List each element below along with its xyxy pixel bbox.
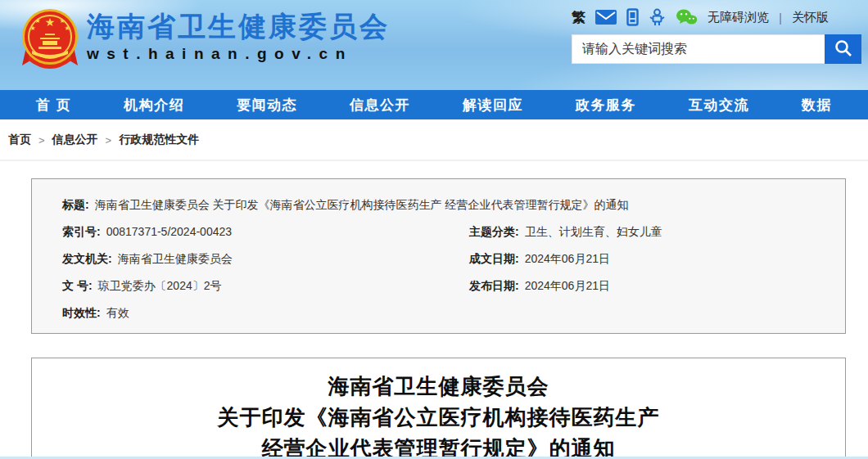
meta-row: 时效性: 有效 [32,306,845,333]
breadcrumb-separator: > [106,134,112,146]
nav-item-news[interactable]: 要闻动态 [237,96,297,115]
document-title-line: 经营企业代表管理暂行规定》的通知 [32,433,845,459]
meta-value: 2024年06月21日 [525,279,610,294]
traditional-chinese-toggle[interactable]: 繁 [572,8,585,27]
accessibility-browse-link[interactable]: 无障碍浏览 [708,10,769,25]
meta-cell-index-number: 索引号: 00817371-5/2024-00423 [32,225,469,240]
wechat-icon[interactable] [676,8,698,26]
meta-value-title: 海南省卫生健康委员会 关于印发《海南省公立医疗机构接待医药生产 经营企业代表管理… [95,198,629,225]
meta-value: 卫生、计划生育、妇女儿童 [525,225,662,240]
nav-item-home[interactable]: 首 页 [36,96,71,115]
quick-links: 繁 无障碍浏览 | 关怀版 [572,7,829,27]
breadcrumb: 首页 > 信息公开 > 行政规范性文件 [8,133,199,147]
meta-row-title: 标题: 海南省卫生健康委员会 关于印发《海南省公立医疗机构接待医药生产 经营企业… [32,198,845,225]
mobile-phone-icon[interactable] [626,8,639,26]
meta-label: 时效性: [62,306,101,321]
meta-cell-written-date: 成文日期: 2024年06月21日 [469,252,845,267]
search-icon [834,38,853,61]
search-button[interactable] [825,34,861,64]
nav-item-data[interactable]: 数据 [802,96,832,115]
meta-label-title: 标题: [62,198,89,225]
meta-value: 琼卫党委办〔2024〕2号 [98,279,222,294]
svg-text:★: ★ [64,25,70,32]
meta-cell-issuing-agency: 发文机关: 海南省卫生健康委员会 [32,252,469,267]
meta-row: 索引号: 00817371-5/2024-00423 主题分类: 卫生、计划生育… [32,225,845,252]
meta-label: 主题分类: [469,225,519,240]
header-divider-line [0,160,868,161]
meta-label: 成文日期: [469,252,519,267]
breadcrumb-separator: > [38,134,45,146]
meta-label: 发布日期: [469,279,519,294]
quicklinks-divider: | [779,11,782,25]
document-title-line: 关于印发《海南省公立医疗机构接待医药生产 [32,402,845,433]
meta-cell-validity: 时效性: 有效 [32,306,469,321]
search-input[interactable] [572,34,825,64]
robot-client-icon[interactable] [649,8,666,26]
site-header: ★ ★ ★ ★ ★ 海南省卫生健康委员会 wst.hainan.gov.cn 繁 [0,0,868,90]
breadcrumb-item-current: 行政规范性文件 [119,133,199,147]
meta-cell-publish-date: 发布日期: 2024年06月21日 [469,279,845,294]
care-version-link[interactable]: 关怀版 [792,10,829,25]
nav-item-gov-services[interactable]: 政务服务 [576,96,636,115]
meta-row: 文 号: 琼卫党委办〔2024〕2号 发布日期: 2024年06月21日 [32,279,845,306]
svg-text:★: ★ [29,25,35,32]
svg-text:★: ★ [45,16,56,29]
nav-item-info-disclosure[interactable]: 信息公开 [350,96,410,115]
meta-label: 索引号: [62,225,101,240]
meta-row: 发文机关: 海南省卫生健康委员会 成文日期: 2024年06月21日 [32,252,845,279]
nav-item-interpretation[interactable]: 解读回应 [463,96,523,115]
svg-text:★: ★ [59,17,65,25]
nav-item-about[interactable]: 机构介绍 [124,96,184,115]
nav-item-interaction[interactable]: 互动交流 [689,96,749,115]
meta-cell-document-number: 文 号: 琼卫党委办〔2024〕2号 [32,279,469,294]
svg-text:★: ★ [34,17,40,25]
site-logo[interactable]: ★ ★ ★ ★ ★ 海南省卫生健康委员会 wst.hainan.gov.cn [20,7,390,77]
site-name: 海南省卫生健康委员会 [87,10,390,43]
page: ★ ★ ★ ★ ★ 海南省卫生健康委员会 wst.hainan.gov.cn 繁 [0,0,868,459]
main-nav: 首 页 机构介绍 要闻动态 信息公开 解读回应 政务服务 互动交流 数据 [0,90,868,119]
meta-value: 2024年06月21日 [525,252,610,267]
breadcrumb-item-home[interactable]: 首页 [8,133,31,147]
meta-value: 有效 [106,306,129,321]
site-url: wst.hainan.gov.cn [87,45,390,63]
site-search [572,34,861,64]
document-body: 海南省卫生健康委员会 关于印发《海南省公立医疗机构接待医药生产 经营企业代表管理… [31,358,846,459]
document-meta-table: 标题: 海南省卫生健康委员会 关于印发《海南省公立医疗机构接待医药生产 经营企业… [31,178,846,334]
meta-value: 海南省卫生健康委员会 [118,252,233,267]
mail-icon[interactable] [595,10,617,25]
meta-value: 00817371-5/2024-00423 [106,225,232,238]
meta-label: 发文机关: [62,252,112,267]
meta-label: 文 号: [62,279,93,294]
meta-cell-topic-category: 主题分类: 卫生、计划生育、妇女儿童 [469,225,845,240]
breadcrumb-item-info-disclosure[interactable]: 信息公开 [52,133,98,147]
brand-text: 海南省卫生健康委员会 wst.hainan.gov.cn [87,7,390,63]
document-title-line: 海南省卫生健康委员会 [32,371,845,402]
national-emblem-icon: ★ ★ ★ ★ ★ [20,7,79,77]
